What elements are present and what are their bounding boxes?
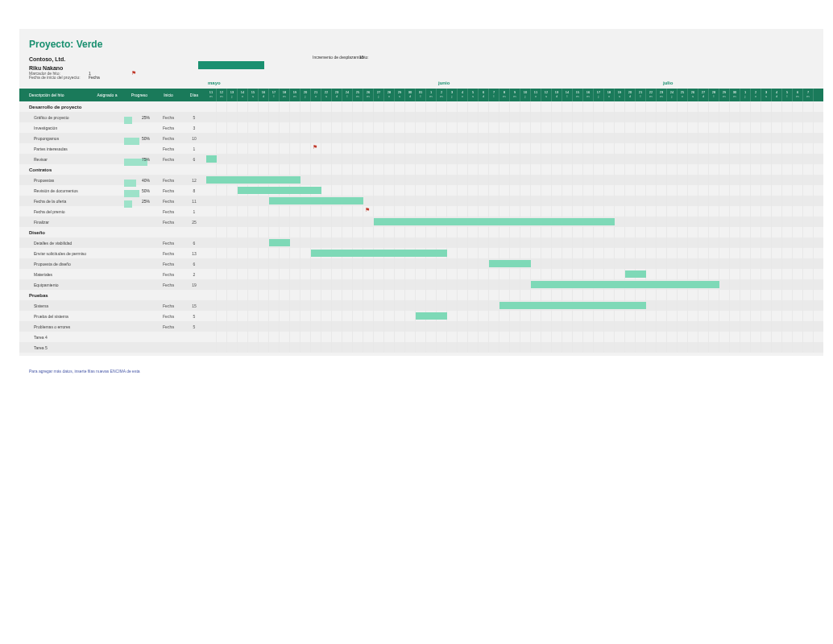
day-cell: 9m xyxy=(510,89,520,101)
task-start[interactable]: Fecha xyxy=(155,220,182,225)
task-row[interactable]: Fecha de la oferta25%Fecha11 xyxy=(19,196,206,206)
day-cell: 16d xyxy=(259,89,269,101)
task-row[interactable]: Gráfico de proyecto25%Fecha5 xyxy=(19,112,206,122)
task-days[interactable]: 2 xyxy=(182,272,206,277)
task-start[interactable]: Fecha xyxy=(155,199,182,204)
gantt-bar[interactable] xyxy=(499,302,646,309)
task-start[interactable]: Fecha xyxy=(155,324,182,329)
day-cell: 17l xyxy=(269,89,280,101)
task-progress[interactable]: 50% xyxy=(124,188,155,193)
gantt-bar[interactable] xyxy=(238,187,321,194)
task-row[interactable]: Enviar solicitudes de permisoFecha13 xyxy=(19,248,206,258)
task-days[interactable]: 25 xyxy=(182,220,206,225)
task-start[interactable]: Fecha xyxy=(155,147,182,151)
gantt-bar[interactable] xyxy=(269,239,290,246)
task-start[interactable]: Fecha xyxy=(155,209,182,214)
task-days[interactable]: 6 xyxy=(182,241,206,246)
task-start[interactable]: Fecha xyxy=(155,126,182,130)
task-row[interactable]: Tarea 4 xyxy=(19,332,206,342)
task-days[interactable]: 11 xyxy=(182,199,206,204)
task-days[interactable]: 5 xyxy=(182,314,206,319)
gantt-bar[interactable] xyxy=(416,312,447,320)
gantt-bar[interactable] xyxy=(531,281,719,288)
day-cell: 7m xyxy=(803,89,814,101)
task-progress[interactable]: 25% xyxy=(124,115,155,120)
task-row[interactable]: FinalizarFecha25 xyxy=(19,217,206,227)
task-start[interactable]: Fecha xyxy=(155,272,182,277)
day-cell: 22s xyxy=(321,89,332,101)
milestone-value[interactable]: 1 xyxy=(89,71,91,76)
task-desc: Gráfico de proyecto xyxy=(19,115,90,120)
task-days[interactable]: 19 xyxy=(182,283,206,287)
task-days[interactable]: 6 xyxy=(182,157,206,162)
gantt-bar[interactable] xyxy=(625,270,646,278)
task-days[interactable]: 8 xyxy=(182,188,206,193)
task-days[interactable]: 3 xyxy=(182,126,206,130)
task-row[interactable]: Detalles de viabilidadFecha6 xyxy=(19,237,206,248)
task-row[interactable]: Revisión de documentos50%Fecha8 xyxy=(19,185,206,196)
gantt-bar[interactable] xyxy=(489,260,531,267)
task-start[interactable]: Fecha xyxy=(155,241,182,246)
day-cell: 5s xyxy=(468,89,479,101)
task-start[interactable]: Fecha xyxy=(155,188,182,193)
section-row[interactable]: Contratos xyxy=(19,164,206,175)
gantt-bar[interactable] xyxy=(374,218,615,225)
task-days[interactable]: 15 xyxy=(182,303,206,308)
section-row[interactable]: Diseño xyxy=(19,227,206,237)
task-row[interactable]: Propuesta de diseñoFecha6 xyxy=(19,258,206,269)
task-row[interactable]: Prueba del sistemaFecha5 xyxy=(19,311,206,321)
task-days[interactable]: 12 xyxy=(182,178,206,183)
task-progress[interactable]: 75% xyxy=(124,157,155,162)
task-desc: Pruebas xyxy=(19,293,90,298)
task-row[interactable]: InvestigaciónFecha3 xyxy=(19,122,206,133)
task-progress[interactable]: 25% xyxy=(124,199,155,204)
gantt-bar[interactable] xyxy=(206,176,300,184)
task-days[interactable]: 13 xyxy=(182,251,206,256)
day-cell: 24l xyxy=(342,89,353,101)
task-days[interactable]: 6 xyxy=(182,262,206,266)
table-header: Descripción del hito Asignado a Progreso… xyxy=(19,89,206,101)
task-days[interactable]: 10 xyxy=(182,136,206,141)
task-start[interactable]: Fecha xyxy=(155,157,182,162)
task-start[interactable]: Fecha xyxy=(155,136,182,141)
task-start[interactable]: Fecha xyxy=(155,303,182,308)
task-row[interactable]: Problemas o erroresFecha5 xyxy=(19,321,206,332)
task-start[interactable]: Fecha xyxy=(155,251,182,256)
gantt-row xyxy=(206,122,823,133)
task-row[interactable]: Fecha del premioFecha1 xyxy=(19,206,206,217)
day-cell: 28l xyxy=(709,89,719,101)
task-row[interactable]: EquipamientoFecha19 xyxy=(19,279,206,290)
task-desc: Propongamos xyxy=(19,136,90,141)
gantt-bar[interactable] xyxy=(206,155,217,163)
col-start: Inicio xyxy=(155,93,182,97)
task-start[interactable]: Fecha xyxy=(155,314,182,319)
task-days[interactable]: 5 xyxy=(182,324,206,329)
task-row[interactable]: Propuestas40%Fecha12 xyxy=(19,175,206,185)
task-days[interactable]: 1 xyxy=(182,147,206,151)
task-progress[interactable]: 40% xyxy=(124,178,155,183)
task-start[interactable]: Fecha xyxy=(155,178,182,183)
task-row[interactable]: SistemaFecha15 xyxy=(19,300,206,311)
section-row[interactable]: Desarrollo de proyecto xyxy=(19,101,206,112)
gantt-bar[interactable] xyxy=(269,197,363,204)
day-cell: 2m xyxy=(437,89,447,101)
scroll-increment-value[interactable]: 15 xyxy=(359,55,364,60)
gantt-bar[interactable] xyxy=(311,250,447,257)
task-row[interactable]: MaterialesFecha2 xyxy=(19,269,206,279)
section-row[interactable]: Pruebas xyxy=(19,290,206,300)
task-row[interactable]: Tarea 5 xyxy=(19,342,206,353)
task-days[interactable]: 5 xyxy=(182,115,206,120)
day-cell: 4v xyxy=(458,89,468,101)
milestone-label: Marcador de hito: xyxy=(29,71,85,76)
task-start[interactable]: Fecha xyxy=(155,115,182,120)
task-start[interactable]: Fecha xyxy=(155,262,182,266)
task-row[interactable]: Revisar75%Fecha6 xyxy=(19,154,206,164)
task-row[interactable]: Propongamos50%Fecha10 xyxy=(19,133,206,143)
task-progress[interactable]: 50% xyxy=(124,136,155,141)
col-days: Días xyxy=(182,93,206,97)
task-row[interactable]: Partes interesadasFecha1 xyxy=(19,143,206,154)
col-assigned: Asignado a xyxy=(90,93,124,97)
task-start[interactable]: Fecha xyxy=(155,283,182,287)
task-days[interactable]: 1 xyxy=(182,209,206,214)
day-cell: 15s xyxy=(248,89,259,101)
